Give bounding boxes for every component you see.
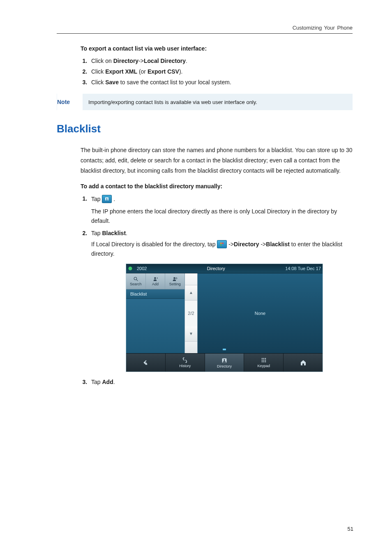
svg-point-17: [261, 360, 263, 361]
home-icon: [300, 359, 307, 366]
note-label: Note: [57, 94, 83, 110]
phone-extension: 2002: [137, 266, 147, 271]
note-box: Note Importing/exporting contact lists i…: [57, 94, 353, 110]
empty-label: None: [255, 311, 265, 316]
save-label: Save: [105, 79, 119, 86]
page-header: Customizing Your Phone: [57, 25, 353, 34]
svg-point-13: [224, 359, 225, 361]
svg-point-11: [176, 278, 177, 279]
text: Tap: [91, 379, 102, 385]
search-label: Search: [130, 282, 142, 286]
phone-status-bar: 2002 Directory 14:08 Tue Dec 17: [126, 264, 323, 273]
directory-label: Directory: [113, 58, 138, 64]
arrow: ->: [138, 58, 144, 64]
add-step-1: Tap . The IP phone enters the local dire…: [89, 195, 353, 226]
back-icon: [142, 359, 149, 366]
add-button[interactable]: Add: [146, 273, 166, 289]
blacklist-tab[interactable]: Blacklist: [126, 289, 184, 299]
text: .: [186, 58, 187, 64]
svg-point-9: [154, 277, 156, 279]
phone-screenshot: 2002 Directory 14:08 Tue Dec 17 Search: [126, 264, 323, 372]
add-blacklist-intro: To add a contact to the blacklist direct…: [81, 183, 353, 190]
text: to save the contact list to your local s…: [119, 79, 231, 86]
apps-icon: [217, 240, 227, 248]
add-contact-icon: [153, 276, 158, 282]
phone-action-row: Search Add Setting: [126, 273, 184, 289]
svg-point-15: [263, 358, 264, 359]
text: Tap: [91, 230, 102, 236]
text: .: [113, 195, 115, 202]
blacklist-label: Blacklist: [102, 230, 126, 236]
arrow: ->: [228, 241, 234, 247]
presence-icon: [128, 266, 133, 271]
keypad-icon: [261, 357, 267, 363]
directory-content-area: None: [198, 273, 323, 353]
add-label: Add: [102, 379, 113, 385]
phone-bottom-bar: History Directory Keypad: [126, 353, 323, 372]
phone-scroll-column: ▲ 2/2 ▼: [184, 273, 198, 353]
add-step-2: Tap Blacklist. If Local Directory is dis…: [89, 230, 353, 372]
keypad-button[interactable]: Keypad: [244, 354, 284, 372]
phone-title: Directory: [149, 266, 283, 271]
scroll-down-button[interactable]: ▼: [185, 326, 197, 342]
local-directory-label: Local Directory: [144, 58, 186, 64]
page-number: 51: [348, 526, 353, 532]
search-icon: [133, 276, 138, 282]
export-step-2: Click Export XML (or Export CSV).: [89, 68, 353, 75]
svg-point-21: [263, 361, 264, 363]
add-label: Add: [152, 282, 159, 286]
text: If Local Directory is disabled for the d…: [91, 241, 217, 247]
text: (or: [137, 68, 148, 75]
export-step-1: Click on Directory->Local Directory.: [89, 58, 353, 64]
setting-button[interactable]: Setting: [165, 273, 184, 289]
search-button[interactable]: Search: [126, 273, 146, 289]
svg-rect-4: [220, 245, 222, 246]
left-panel-fill: [126, 299, 184, 353]
svg-line-8: [136, 280, 138, 281]
svg-point-20: [261, 361, 263, 363]
history-icon: [182, 357, 188, 363]
blacklist-intro-paragraph: The built-in phone directory can store t…: [81, 145, 353, 176]
svg-point-18: [263, 360, 264, 361]
svg-point-1: [106, 198, 108, 199]
export-step-3: Click Save to save the contact list to y…: [89, 79, 353, 86]
svg-point-10: [173, 277, 175, 279]
scroll-up-button[interactable]: ▲: [185, 285, 197, 301]
note-text: Importing/exporting contact lists is ava…: [83, 94, 353, 110]
history-button[interactable]: History: [166, 354, 205, 372]
svg-rect-3: [222, 243, 224, 244]
scroll-page-indicator: 2/2: [185, 301, 197, 326]
blacklist-heading: Blacklist: [57, 123, 353, 135]
phone-clock: 14:08 Tue Dec 17: [285, 266, 321, 271]
text: Tap: [91, 195, 102, 202]
export-intro: To export a contact list via web user in…: [81, 45, 353, 52]
export-xml-label: Export XML: [105, 68, 137, 75]
add-step-3: Tap Add.: [89, 379, 353, 385]
add-blacklist-steps: Tap . The IP phone enters the local dire…: [81, 195, 353, 385]
directory-icon: [102, 195, 112, 203]
directory-nav-icon: [221, 357, 228, 364]
directory-button[interactable]: Directory: [205, 354, 244, 372]
step1-body: The IP phone enters the local directory …: [91, 207, 353, 226]
setting-contact-icon: [172, 276, 178, 282]
directory-nav-label: Directory: [217, 364, 232, 368]
text: Click on: [91, 58, 113, 64]
keypad-label: Keypad: [258, 364, 270, 368]
blacklist-label: Blacklist: [266, 241, 290, 247]
setting-label: Setting: [169, 282, 181, 286]
svg-point-16: [265, 358, 266, 359]
text: ).: [179, 68, 183, 75]
history-label: History: [179, 364, 191, 368]
active-indicator: [223, 349, 226, 350]
svg-rect-2: [220, 243, 222, 244]
step2-body: If Local Directory is disabled for the d…: [91, 240, 353, 259]
back-button[interactable]: [126, 354, 166, 372]
text: Click: [91, 79, 105, 86]
svg-rect-5: [222, 245, 224, 246]
svg-point-22: [265, 361, 266, 363]
svg-point-6: [129, 266, 132, 270]
export-steps: Click on Directory->Local Directory. Cli…: [81, 58, 353, 86]
home-button[interactable]: [284, 354, 323, 372]
directory-label: Directory: [234, 241, 259, 247]
text: .: [126, 230, 127, 236]
